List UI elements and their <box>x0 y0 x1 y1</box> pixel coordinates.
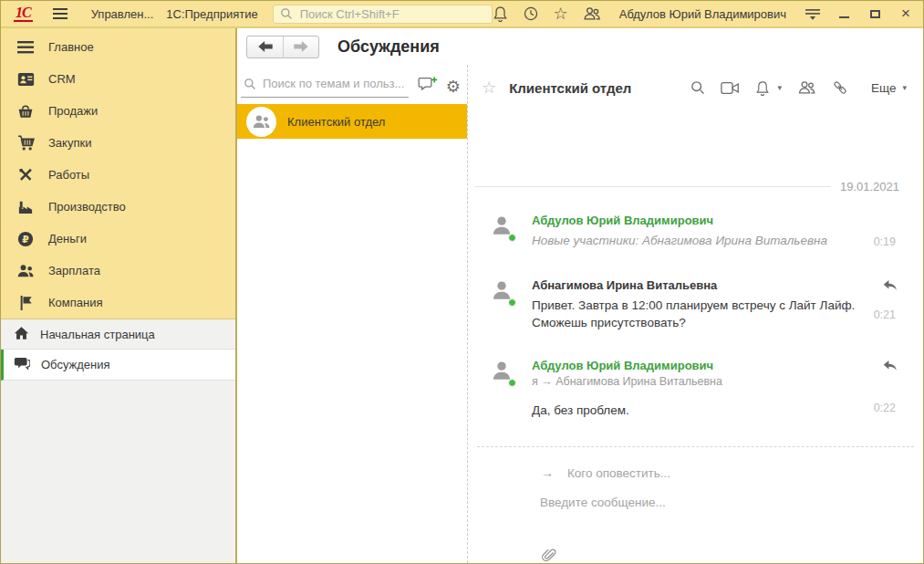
message-author[interactable]: Абдулов Юрий Владимирович <box>532 214 865 227</box>
attach-file-button[interactable] <box>475 547 923 563</box>
online-status-dot <box>508 298 516 307</box>
message-author[interactable]: Абнагимова Ирина Витальевна <box>532 278 865 292</box>
paperclip-icon <box>541 547 557 563</box>
people-icon <box>16 264 35 278</box>
search-icon <box>280 7 293 20</box>
sidebar-item-raboty[interactable]: Работы <box>1 159 235 191</box>
search-icon <box>244 78 256 90</box>
reply-icon[interactable] <box>883 279 898 291</box>
more-button[interactable]: Еще ▾ <box>871 81 907 95</box>
new-discussion-icon[interactable] <box>418 76 438 93</box>
minimize-button[interactable] <box>836 5 852 22</box>
notifications-icon[interactable] <box>755 80 770 96</box>
global-search-box[interactable] <box>273 5 493 24</box>
message-placeholder: Введите сообщение... <box>540 496 666 509</box>
chat-header-actions: ▾ Еще ▾ <box>690 79 907 96</box>
online-status-dot <box>508 234 516 242</box>
sidebar-item-label: Обсуждения <box>41 358 110 371</box>
discussions-search-input[interactable]: Поиск по темам и польз... <box>241 77 409 98</box>
contact-card-icon <box>16 72 35 87</box>
input-area-separator <box>477 446 914 447</box>
service-menu-icon[interactable] <box>805 6 821 21</box>
chevron-down-icon[interactable]: ▾ <box>777 83 782 92</box>
tools-icon <box>16 167 35 183</box>
main-menu-icon[interactable] <box>53 8 67 19</box>
link-icon[interactable] <box>832 79 848 96</box>
sidebar-item-label: Зарплата <box>48 264 100 277</box>
sidebar-item-label: Продажи <box>48 104 98 118</box>
message-area: 19.01.2021 Абдулов Юрий Владимирович Нов… <box>468 96 923 563</box>
sidebar-item-label: Компания <box>48 296 103 309</box>
sidebar-item-kompaniya[interactable]: Компания <box>1 287 235 319</box>
forward-button[interactable] <box>283 37 318 57</box>
message-input-field[interactable]: Введите сообщение... <box>475 494 923 510</box>
more-label: Еще <box>871 81 896 95</box>
sidebar-item-label: Закупки <box>48 136 91 150</box>
current-user-name[interactable]: Абдулов Юрий Владимирович <box>619 7 786 21</box>
message-author[interactable]: Абдулов Юрий Владимирович <box>532 359 865 372</box>
notify-placeholder: Кого оповестить... <box>567 466 670 480</box>
sidebar-item-proizvodstvo[interactable]: Производство <box>1 191 235 223</box>
search-icon[interactable] <box>690 80 705 95</box>
message-body: Абнагимова Ирина Витальевна Привет. Завт… <box>532 278 865 331</box>
discussions-list-panel: Поиск по темам и польз... ⚙ Клиентский о… <box>237 65 467 563</box>
cart-icon <box>16 135 35 151</box>
sidebar-item-zarplata[interactable]: Зарплата <box>1 255 235 287</box>
sidebar-item-label: Производство <box>48 200 126 214</box>
maximize-button[interactable] <box>867 5 883 22</box>
notify-arrow-icon: → <box>541 465 554 480</box>
back-button[interactable] <box>247 37 283 57</box>
sidebar-item-label: Главное <box>48 40 94 54</box>
discussion-list-item-selected[interactable]: Клиентский отдел <box>237 104 467 139</box>
sidebar-item-prodazhi[interactable]: Продажи <box>1 95 235 127</box>
avatar <box>490 278 514 304</box>
home-icon <box>14 326 29 343</box>
flag-icon <box>16 295 35 311</box>
history-icon[interactable] <box>523 5 539 22</box>
config-title: Управлен... <box>91 7 154 21</box>
sidebar-item-crm[interactable]: CRM <box>1 63 235 95</box>
participants-icon[interactable] <box>797 80 816 95</box>
chat-message-incoming: Абнагимова Ирина Витальевна Привет. Завт… <box>475 278 923 331</box>
factory-icon <box>16 200 35 214</box>
sidebar-item-zakupki[interactable]: Закупки <box>1 127 235 159</box>
gear-icon[interactable]: ⚙ <box>446 78 461 95</box>
message-text: Да, без проблем. <box>532 402 865 419</box>
product-title: 1С:Предприятие <box>166 7 257 21</box>
favorites-icon[interactable]: ☆ <box>554 6 568 21</box>
main-area: Главное CRM Продажи Закупки Работы <box>1 28 923 563</box>
reply-icon[interactable] <box>883 360 898 371</box>
sidebar-empty-area <box>1 381 235 563</box>
sidebar-item-glavnoe[interactable]: Главное <box>1 31 235 63</box>
content-area: Обсуждения Поиск по темам и польз... ⚙ <box>237 28 923 563</box>
basket-icon <box>16 103 35 119</box>
video-call-icon[interactable] <box>721 81 740 95</box>
sidebar-item-home-page[interactable]: Начальная страница <box>1 319 235 350</box>
contacts-icon[interactable] <box>583 6 601 21</box>
chevron-down-icon: ▾ <box>902 83 907 92</box>
svg-text:₽: ₽ <box>22 233 29 245</box>
discussion-title: Клиентский отдел <box>287 115 385 129</box>
chat-header: ☆ Клиентский отдел ▾ <box>468 65 923 96</box>
sidebar-item-label: Начальная страница <box>40 328 155 341</box>
notify-field[interactable]: → Кого оповестить... <box>475 465 923 480</box>
global-search-input[interactable] <box>298 6 485 22</box>
favorite-star-icon[interactable]: ☆ <box>482 80 496 95</box>
date-label: 19.01.2021 <box>840 180 899 193</box>
arrow-left-icon <box>258 41 273 52</box>
sidebar-item-discussions[interactable]: Обсуждения <box>1 350 235 381</box>
chat-bubble-icon <box>14 356 30 373</box>
message-text: Привет. Завтра в 12:00 планируем встречу… <box>532 297 865 331</box>
close-button[interactable]: × <box>898 5 914 22</box>
navigation-toolbar: Обсуждения <box>237 28 923 65</box>
avatar <box>490 359 514 384</box>
sidebar-item-label: Деньги <box>48 232 87 245</box>
notifications-icon[interactable] <box>493 5 508 22</box>
message-text: Новые участники: Абнагимова Ирина Виталь… <box>532 232 865 249</box>
sections-sidebar: Главное CRM Продажи Закупки Работы <box>1 28 237 563</box>
sidebar-item-dengi[interactable]: ₽ Деньги <box>1 223 235 255</box>
message-body: Абдулов Юрий Владимирович Новые участник… <box>532 214 865 249</box>
date-separator: 19.01.2021 <box>475 180 923 193</box>
discussions-panels: Поиск по темам и польз... ⚙ Клиентский о… <box>237 65 923 563</box>
message-time: 0:22 <box>874 402 896 414</box>
